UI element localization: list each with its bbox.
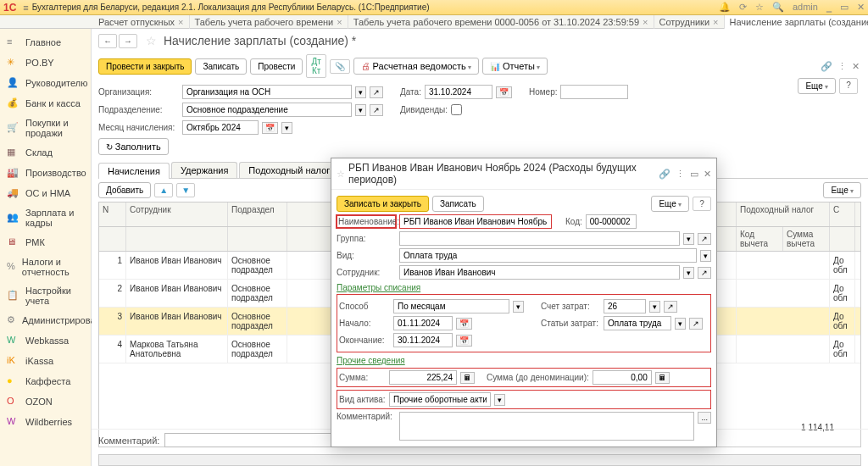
dialog-link-icon[interactable]: 🔗 xyxy=(659,169,670,180)
item-input[interactable] xyxy=(604,316,671,330)
item-open[interactable]: ↗ xyxy=(689,318,703,330)
sidebar-item[interactable]: 💰Банк и касса xyxy=(0,93,91,114)
org-input[interactable] xyxy=(182,85,352,99)
end-input[interactable] xyxy=(393,333,453,347)
method-pick[interactable]: ▾ xyxy=(513,301,524,313)
sidebar-item[interactable]: ▦Склад xyxy=(0,142,91,163)
exec-button[interactable]: Провести xyxy=(250,58,303,75)
sum-input[interactable] xyxy=(389,370,457,385)
sidebar-item[interactable]: 👤Руководителю xyxy=(0,73,91,93)
sidebar-item[interactable]: 🖥РМК xyxy=(0,232,91,252)
dep-open[interactable]: ↗ xyxy=(370,104,383,116)
group-pick[interactable]: ▾ xyxy=(683,233,694,245)
dialog-save-close-button[interactable]: Записать и закрыть xyxy=(337,196,429,212)
bell-icon[interactable]: 🔔 xyxy=(719,2,731,13)
date-cal-icon[interactable]: 📅 xyxy=(496,86,512,98)
horizontal-scrollbar[interactable] xyxy=(98,454,861,466)
sidebar-item[interactable]: 📋Настройки учета xyxy=(0,281,91,310)
forward-button[interactable]: → xyxy=(119,34,137,48)
sidebar-item[interactable]: ⚙Администрирование xyxy=(0,310,91,330)
dep-input[interactable] xyxy=(182,103,352,117)
sidebar-item[interactable]: 👥Зарплата и кадры xyxy=(0,203,91,232)
asset-pick[interactable]: ▾ xyxy=(494,394,505,406)
dialog-star-icon[interactable]: ☆ xyxy=(337,169,345,180)
sidebar-item[interactable]: WWildberries xyxy=(0,412,91,432)
sidebar-item[interactable]: %Налоги и отчетность xyxy=(0,252,91,281)
sidebar-item[interactable]: 🛒Покупки и продажи xyxy=(0,114,91,142)
back-button[interactable]: ← xyxy=(98,34,117,48)
comment-input[interactable] xyxy=(164,433,334,447)
attach-icon[interactable]: 📎 xyxy=(330,59,350,74)
move-up-button[interactable]: ▲ xyxy=(154,183,173,197)
doc-close-icon[interactable]: ✕ xyxy=(852,61,860,72)
dialog-more-button[interactable]: Еще xyxy=(651,196,689,212)
sidebar-item[interactable]: ●Каффеста xyxy=(0,371,91,391)
group-input[interactable] xyxy=(399,231,680,246)
dialog-help-button[interactable]: ? xyxy=(693,197,711,211)
doc-tab[interactable]: Начисление зарплаты (создание) *× xyxy=(725,15,868,29)
sidebar-item[interactable]: iKiKassa xyxy=(0,351,91,371)
sumold-input[interactable] xyxy=(593,370,652,385)
sum-calc-icon[interactable]: 🖩 xyxy=(460,372,475,384)
minimize-icon[interactable]: ‗ xyxy=(826,2,832,13)
name-input[interactable] xyxy=(399,214,552,229)
date-input[interactable] xyxy=(425,85,492,99)
more-button[interactable]: Еще xyxy=(798,78,836,94)
star-icon[interactable]: ☆ xyxy=(755,2,764,13)
start-cal-icon[interactable]: 📅 xyxy=(456,318,472,330)
sidebar-item[interactable]: 🚚ОС и НМА xyxy=(0,183,91,203)
sidebar-item[interactable]: ✳PO.BY xyxy=(0,53,91,73)
tab-tax[interactable]: Подоходный налог xyxy=(239,162,339,178)
menu-icon[interactable]: ≡ xyxy=(23,3,28,13)
emp-pick[interactable]: ▾ xyxy=(683,267,694,279)
help-button[interactable]: ? xyxy=(839,78,858,94)
asset-input[interactable] xyxy=(389,392,491,407)
emp-open[interactable]: ↗ xyxy=(698,267,711,279)
favorite-icon[interactable]: ☆ xyxy=(146,34,157,47)
emp-input[interactable] xyxy=(399,265,680,280)
doc-tab[interactable]: Табель учета рабочего времени 0000-0056 … xyxy=(348,15,654,29)
comm-input[interactable] xyxy=(399,412,694,441)
type-input[interactable] xyxy=(399,248,697,263)
dialog-more-icon[interactable]: ⋮ xyxy=(676,169,685,180)
acc-pick[interactable]: ▾ xyxy=(649,301,660,313)
sumold-calc-icon[interactable]: 🖩 xyxy=(655,372,670,384)
type-pick[interactable]: ▾ xyxy=(700,250,711,262)
sidebar-item[interactable]: WWebkassa xyxy=(0,330,91,351)
month-spin[interactable]: ▾ xyxy=(281,122,292,134)
div-checkbox[interactable] xyxy=(451,104,462,115)
tab-close-icon[interactable]: × xyxy=(337,17,342,27)
fill-button[interactable]: ↻ Заполнить xyxy=(98,138,169,155)
dialog-write-button[interactable]: Записать xyxy=(432,196,484,212)
group-open[interactable]: ↗ xyxy=(698,233,711,245)
end-cal-icon[interactable]: 📅 xyxy=(456,335,472,347)
code-input[interactable] xyxy=(586,214,637,229)
org-open[interactable]: ↗ xyxy=(370,86,383,98)
acc-open[interactable]: ↗ xyxy=(664,301,677,313)
reports-button[interactable]: 📊 Отчеты xyxy=(482,58,548,75)
save-button[interactable]: Записать xyxy=(195,58,247,75)
sidebar-item[interactable]: 🏭Производство xyxy=(0,163,91,183)
tab-close-icon[interactable]: × xyxy=(643,17,648,27)
doc-tab[interactable]: Табель учета рабочего времени× xyxy=(190,15,348,29)
doc-tab[interactable]: Сотрудники× xyxy=(654,15,725,29)
post-close-button[interactable]: Провести и закрыть xyxy=(98,58,192,75)
move-down-button[interactable]: ▼ xyxy=(176,183,195,197)
doc-action-icon[interactable]: ⋮ xyxy=(837,61,847,72)
dep-pick[interactable]: ▾ xyxy=(355,104,366,116)
restore-icon[interactable]: ▭ xyxy=(840,2,849,13)
month-cal-icon[interactable]: 📅 xyxy=(262,122,278,134)
debitcredit-icon[interactable]: ДтКт xyxy=(306,54,326,78)
table-more-button[interactable]: Еще xyxy=(823,182,861,198)
sidebar-item[interactable]: OOZON xyxy=(0,391,91,412)
method-input[interactable] xyxy=(393,299,509,313)
comm-pick[interactable]: ... xyxy=(698,412,711,424)
doc-tab[interactable]: Расчет отпускных× xyxy=(93,15,190,29)
dialog-close-icon[interactable]: ✕ xyxy=(704,169,711,180)
add-row-button[interactable]: Добавить xyxy=(98,182,151,198)
item-pick[interactable]: ▾ xyxy=(675,318,686,330)
link-icon[interactable]: 🔗 xyxy=(821,61,832,72)
close-icon[interactable]: ✕ xyxy=(857,2,865,13)
org-pick[interactable]: ▾ xyxy=(355,86,366,98)
tab-deductions[interactable]: Удержания xyxy=(171,162,237,178)
